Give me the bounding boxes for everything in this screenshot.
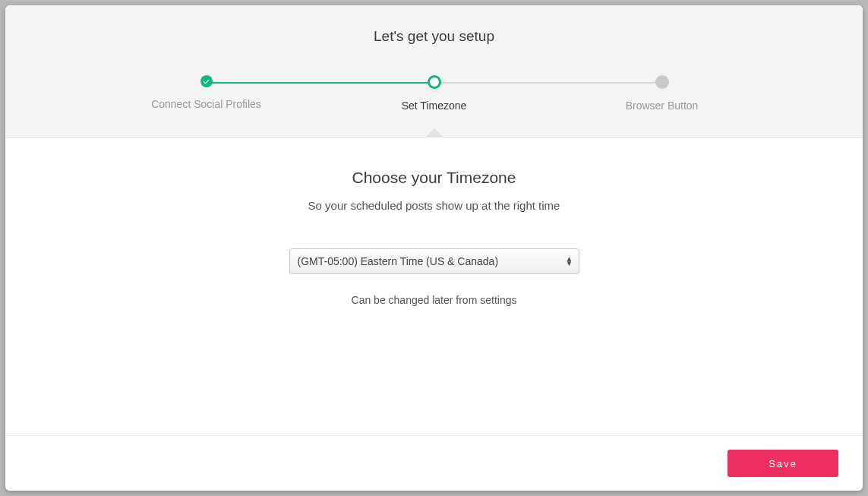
checkmark-icon bbox=[200, 75, 213, 87]
step-set-timezone[interactable]: Set Timezone bbox=[358, 75, 510, 112]
step-dot-icon bbox=[655, 75, 669, 89]
modal-body: Choose your Timezone So your scheduled p… bbox=[5, 138, 863, 435]
modal-footer: Save bbox=[5, 435, 863, 491]
progress-stepper: Connect Social Profiles Set Timezone Bro… bbox=[199, 75, 670, 121]
page-title: Let's get you setup bbox=[5, 28, 863, 45]
active-step-caret-icon bbox=[425, 129, 443, 138]
step-browser-button[interactable]: Browser Button bbox=[586, 75, 738, 112]
step-connect-social[interactable]: Connect Social Profiles bbox=[131, 75, 282, 110]
timezone-select-wrap: (GMT-05:00) Eastern Time (US & Canada) ▲… bbox=[289, 248, 579, 274]
section-heading: Choose your Timezone bbox=[5, 169, 863, 187]
section-subheading: So your scheduled posts show up at the r… bbox=[5, 199, 863, 212]
save-button[interactable]: Save bbox=[728, 450, 838, 477]
step-label: Connect Social Profiles bbox=[131, 98, 282, 110]
setup-modal: Let's get you setup Connect Social Profi… bbox=[5, 5, 863, 491]
modal-header: Let's get you setup Connect Social Profi… bbox=[5, 5, 863, 138]
step-dot-icon bbox=[428, 75, 441, 89]
step-label: Set Timezone bbox=[358, 100, 510, 112]
timezone-select[interactable]: (GMT-05:00) Eastern Time (US & Canada) bbox=[289, 248, 579, 274]
timezone-hint: Can be changed later from settings bbox=[5, 294, 863, 306]
step-label: Browser Button bbox=[586, 100, 738, 112]
